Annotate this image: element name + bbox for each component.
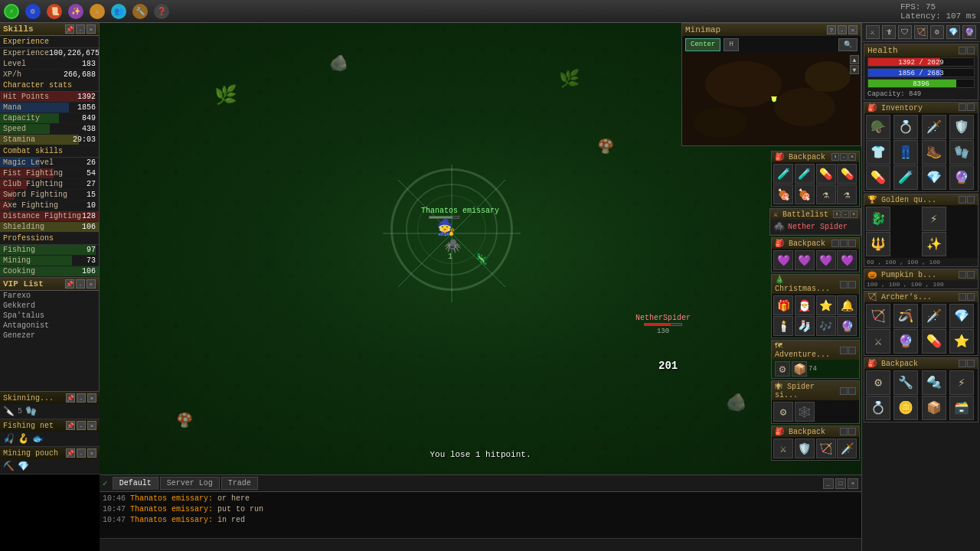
slot-2-4[interactable]: 💜: [837, 250, 857, 270]
inv-slot-2[interactable]: 💍: [893, 115, 918, 139]
minimap-h-btn[interactable]: H: [724, 38, 738, 51]
mine-pin[interactable]: 📌: [66, 448, 75, 458]
fishing-header[interactable]: Fishing net 📌 - ×: [0, 419, 100, 432]
inv-close[interactable]: [967, 103, 975, 111]
gold-slot-1[interactable]: 🐉: [866, 207, 890, 231]
skin-close[interactable]: ×: [87, 393, 96, 403]
arch-slot-6[interactable]: 🔮: [893, 329, 918, 354]
slot-1-4[interactable]: 💊: [837, 164, 857, 184]
bp1-btn1[interactable]: ⬆: [831, 153, 839, 161]
minimap-min[interactable]: -: [838, 25, 847, 34]
xmas-slot-1[interactable]: 🎁: [773, 295, 793, 315]
arch-slot-1[interactable]: 🏹: [866, 304, 890, 328]
inv-slot-10[interactable]: 🧪: [893, 165, 918, 190]
spi-close[interactable]: [848, 387, 856, 395]
slot-2-2[interactable]: 💜: [795, 250, 815, 270]
skin-pin[interactable]: 📌: [66, 393, 75, 403]
gold-min[interactable]: [959, 196, 966, 204]
minimap-zoom-icon[interactable]: 🔍: [838, 38, 858, 51]
slot-1-6[interactable]: 🍖: [795, 184, 815, 204]
spi-slot-1[interactable]: ⚙: [773, 402, 793, 422]
bpb-slot-5[interactable]: 💍: [866, 396, 890, 420]
inv-min[interactable]: [959, 103, 966, 111]
adv-min[interactable]: [840, 347, 848, 354]
chat-input-area[interactable]: [100, 538, 861, 551]
slot-2-3[interactable]: 💜: [816, 250, 836, 270]
chat-tab-trade[interactable]: Trade: [221, 477, 258, 490]
chat-min-btn[interactable]: _: [823, 478, 834, 489]
skin-min[interactable]: -: [77, 393, 86, 403]
bpb-slot-3[interactable]: 🔩: [922, 370, 946, 395]
slot-1-3[interactable]: 💊: [816, 164, 836, 184]
close-btn[interactable]: ×: [87, 24, 96, 34]
bpb-min[interactable]: [959, 360, 966, 367]
vip-pin[interactable]: 📌: [65, 279, 74, 289]
spi-slot-2[interactable]: 🕸️: [795, 402, 815, 422]
arch-slot-3[interactable]: 🗡️: [922, 304, 946, 328]
options-icon[interactable]: 🔧: [132, 4, 148, 19]
bp3-close[interactable]: [848, 428, 856, 435]
quest-icon[interactable]: 📜: [47, 4, 62, 19]
minimap-down-btn[interactable]: ▼: [850, 65, 859, 74]
inv-slot-5[interactable]: 👕: [866, 140, 890, 165]
inv-slot-4[interactable]: 🛡️: [949, 115, 974, 139]
slot-1-5[interactable]: 🍖: [773, 184, 793, 204]
vip-header[interactable]: VIP List 📌 - ×: [0, 278, 99, 291]
bpb-slot-8[interactable]: 🗃️: [949, 396, 974, 420]
magic-icon[interactable]: ✨: [68, 4, 83, 19]
bp3-slot-4[interactable]: 🗡️: [837, 439, 857, 458]
vip-genezer[interactable]: Genezer: [0, 331, 99, 341]
chat-tab-default[interactable]: Default: [113, 477, 158, 490]
arch-slot-7[interactable]: 💊: [922, 329, 946, 354]
bl-close[interactable]: ×: [850, 210, 858, 218]
inv-slot-3[interactable]: 🗡️: [922, 115, 946, 139]
minimap-zoom-btn[interactable]: 🔍: [838, 38, 858, 51]
mine-min[interactable]: -: [77, 448, 86, 458]
skinning-header[interactable]: Skinning... 📌 - ×: [0, 392, 100, 404]
inv-slot-1[interactable]: 🪖: [866, 115, 890, 139]
bp3-slot-1[interactable]: ⚔️: [773, 439, 793, 458]
experience-section[interactable]: Experience: [0, 36, 99, 48]
bl-btn1[interactable]: ⬆: [833, 210, 841, 218]
vip-farexo[interactable]: Farexo: [0, 291, 99, 301]
xmas-slot-4[interactable]: 🔔: [837, 295, 857, 315]
pump-close[interactable]: [967, 271, 975, 279]
mine-close[interactable]: ×: [87, 448, 96, 458]
bp1-min[interactable]: -: [840, 153, 848, 161]
fish-min[interactable]: -: [77, 421, 86, 430]
bp2-close[interactable]: [848, 240, 856, 247]
inv-slot-9[interactable]: 💊: [866, 165, 890, 190]
slot-1-1[interactable]: 🧪: [773, 164, 793, 184]
toolbar-icon-4[interactable]: 🏹: [914, 25, 928, 39]
adv-slot-2[interactable]: 📦: [792, 361, 807, 377]
hp-close[interactable]: [967, 47, 975, 54]
toolbar-icon-1[interactable]: ⚔: [866, 25, 880, 39]
bpb-slot-1[interactable]: ⚙: [866, 370, 890, 395]
fish-pin[interactable]: 📌: [66, 421, 75, 430]
gold-slot-4[interactable]: ✨: [922, 232, 946, 256]
gold-slot-2[interactable]: ⚡: [922, 207, 946, 231]
pump-min[interactable]: [959, 271, 966, 279]
xmas-slot-7[interactable]: 🎶: [816, 316, 836, 336]
vip-icon[interactable]: 👥: [111, 4, 126, 19]
minimize-btn[interactable]: -: [76, 24, 85, 34]
gold-slot-3[interactable]: 🔱: [866, 232, 890, 256]
bpb-slot-2[interactable]: 🔧: [893, 370, 918, 395]
pin-btn[interactable]: 📌: [65, 24, 74, 34]
bp3-min[interactable]: [840, 428, 848, 435]
settings-icon[interactable]: ⚙: [25, 4, 41, 19]
xmas-slot-3[interactable]: ⭐: [816, 295, 836, 315]
minimap-up-btn[interactable]: ▲: [850, 55, 859, 64]
vip-gekkerd[interactable]: Gekkerd: [0, 301, 99, 311]
chat-restore-btn[interactable]: □: [835, 478, 846, 489]
toolbar-icon-7[interactable]: 🔮: [962, 25, 976, 39]
inv-slot-7[interactable]: 🥾: [922, 140, 946, 165]
arch-slot-8[interactable]: ⭐: [949, 329, 974, 354]
bpb-slot-6[interactable]: 🪙: [893, 396, 918, 420]
bpb-close[interactable]: [967, 360, 975, 367]
minimap-canvas[interactable]: ▲ ▼: [682, 54, 861, 145]
spi-min[interactable]: [840, 387, 848, 395]
chat-tab-serverlog[interactable]: Server Log: [160, 477, 220, 490]
vip-spartalus[interactable]: Spa'talus: [0, 311, 99, 321]
vip-min[interactable]: -: [76, 279, 85, 289]
